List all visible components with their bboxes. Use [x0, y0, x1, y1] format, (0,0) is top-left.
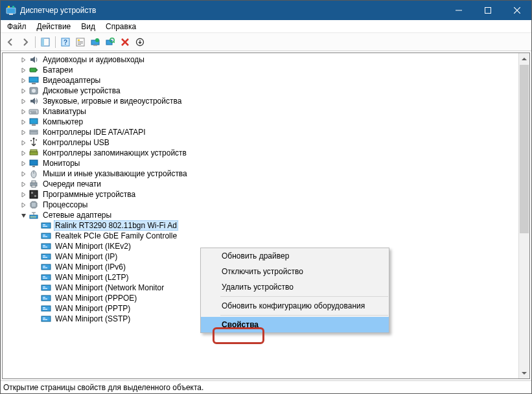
- svg-rect-20: [30, 68, 36, 72]
- svg-rect-59: [41, 244, 51, 249]
- menu-view[interactable]: Вид: [76, 21, 100, 32]
- context-menu-item-1[interactable]: Отключить устройство: [201, 264, 389, 279]
- maximize-button[interactable]: [473, 1, 502, 20]
- menu-file[interactable]: Файл: [2, 21, 32, 32]
- toolbar-uninstall[interactable]: [118, 35, 132, 49]
- software-icon: [29, 189, 39, 200]
- expander-collapsed-icon[interactable]: [19, 200, 29, 210]
- expander-collapsed-icon[interactable]: [19, 127, 29, 137]
- context-menu-item-0[interactable]: Обновить драйвер: [201, 248, 389, 264]
- tree-category-11[interactable]: Мыши и иные указывающие устройства: [3, 168, 518, 179]
- scroll-thumb[interactable]: [520, 65, 529, 233]
- toolbar-show-tree[interactable]: [38, 35, 52, 49]
- menu-action[interactable]: Действие: [32, 21, 76, 32]
- tree-category-2[interactable]: Видеоадаптеры: [3, 75, 518, 86]
- tree-item-label: Контроллеры запоминающих устройств: [41, 148, 188, 157]
- expander-collapsed-icon[interactable]: [19, 75, 29, 86]
- expander-collapsed-icon[interactable]: [19, 189, 29, 200]
- network-icon: [29, 210, 39, 220]
- tree-item-label: Мыши и иные указывающие устройства: [41, 169, 189, 178]
- storage-icon: [29, 148, 39, 158]
- toolbar-scan[interactable]: [103, 35, 117, 49]
- tree-item-label: Клавиатуры: [41, 107, 87, 116]
- toolbar-update-driver[interactable]: [88, 35, 102, 49]
- expander-collapsed-icon[interactable]: [19, 148, 29, 158]
- tree-device-0[interactable]: Ralink RT3290 802.11bgn Wi-Fi Ad: [3, 220, 518, 231]
- tree-category-5[interactable]: Клавиатуры: [3, 106, 518, 117]
- expander-collapsed-icon[interactable]: [19, 106, 29, 117]
- adapter-icon: [41, 303, 51, 314]
- svg-rect-22: [29, 77, 38, 82]
- expander-collapsed-icon[interactable]: [19, 158, 29, 168]
- expander-collapsed-icon[interactable]: [19, 65, 29, 75]
- svg-rect-30: [31, 113, 36, 113]
- tree-category-14[interactable]: Процессоры: [3, 200, 518, 210]
- tree-category-10[interactable]: Мониторы: [3, 158, 518, 168]
- svg-rect-79: [43, 309, 47, 310]
- minimize-button[interactable]: [444, 1, 473, 20]
- scroll-down-button[interactable]: [519, 367, 529, 378]
- toolbar-properties[interactable]: [73, 35, 87, 49]
- svg-rect-2: [8, 6, 10, 8]
- titlebar: Диспетчер устройств: [1, 1, 531, 20]
- tree-item-label: Realtek PCIe GbE Family Controlle: [54, 231, 178, 240]
- tree-item-label: WAN Miniport (PPPOE): [54, 294, 138, 303]
- svg-rect-73: [43, 288, 47, 290]
- expander-expanded-icon[interactable]: [19, 210, 29, 220]
- toolbar-forward[interactable]: [18, 35, 32, 49]
- menu-help[interactable]: Справка: [100, 21, 141, 32]
- tree-category-12[interactable]: Очереди печати: [3, 179, 518, 189]
- close-button[interactable]: [502, 1, 531, 20]
- svg-point-35: [33, 137, 35, 139]
- svg-rect-69: [43, 276, 45, 277]
- context-menu-item-4[interactable]: Обновить конфигурацию оборудования: [201, 298, 389, 314]
- scroll-up-button[interactable]: [519, 53, 529, 64]
- content: Аудиовходы и аудиовыходыБатареиВидеоадап…: [2, 52, 530, 379]
- context-menu-separator: [220, 315, 388, 316]
- status-bar: Открытие страницы свойств для выделенног…: [1, 380, 531, 393]
- tree-category-3[interactable]: Дисковые устройства: [3, 86, 518, 96]
- expander-collapsed-icon[interactable]: [19, 96, 29, 106]
- svg-rect-55: [43, 226, 47, 227]
- context-menu-item-2[interactable]: Удалить устройство: [201, 279, 389, 295]
- expander-collapsed-icon[interactable]: [19, 179, 29, 189]
- expander-collapsed-icon[interactable]: [19, 117, 29, 127]
- toolbar-help[interactable]: ?: [58, 35, 73, 49]
- expander-collapsed-icon[interactable]: [19, 168, 29, 179]
- toolbar-enable[interactable]: [133, 35, 147, 49]
- audio-icon: [29, 54, 39, 65]
- toolbar-back[interactable]: [3, 35, 17, 49]
- expander-collapsed-icon[interactable]: [19, 54, 29, 65]
- adapter-icon: [41, 262, 51, 272]
- expander-collapsed-icon[interactable]: [19, 137, 29, 148]
- svg-rect-62: [41, 254, 51, 259]
- svg-rect-75: [43, 297, 45, 298]
- adapter-icon: [41, 231, 51, 241]
- tree-category-15[interactable]: Сетевые адаптеры: [3, 210, 518, 220]
- tree-category-6[interactable]: Компьютер: [3, 117, 518, 127]
- context-menu: Обновить драйверОтключить устройствоУдал…: [200, 248, 389, 333]
- svg-rect-48: [31, 202, 36, 207]
- tree-category-13[interactable]: Программные устройства: [3, 189, 518, 200]
- tree-category-8[interactable]: Контроллеры USB: [3, 137, 518, 148]
- tree-item-label: Ralink RT3290 802.11bgn Wi-Fi Ad: [54, 220, 178, 231]
- svg-rect-6: [41, 38, 44, 46]
- tree-category-4[interactable]: Звуковые, игровые и видеоустройства: [3, 96, 518, 106]
- context-menu-label: Обновить драйвер: [222, 251, 289, 261]
- tree-item-label: Контроллеры IDE ATA/ATAPI: [41, 128, 147, 137]
- tree-category-1[interactable]: Батареи: [3, 65, 518, 75]
- tree-category-7[interactable]: Контроллеры IDE ATA/ATAPI: [3, 127, 518, 137]
- expander-collapsed-icon[interactable]: [19, 86, 29, 96]
- vertical-scrollbar[interactable]: [518, 53, 529, 378]
- context-menu-item-6[interactable]: Свойства: [201, 317, 389, 332]
- svg-rect-74: [41, 296, 51, 301]
- svg-rect-77: [41, 306, 51, 311]
- monitor-icon: [29, 158, 39, 168]
- svg-rect-34: [30, 132, 37, 132]
- tree-item-label: Очереди печати: [41, 180, 102, 189]
- tree-category-9[interactable]: Контроллеры запоминающих устройств: [3, 148, 518, 158]
- tree-category-0[interactable]: Аудиовходы и аудиовыходы: [3, 54, 518, 65]
- tree-device-1[interactable]: Realtek PCIe GbE Family Controlle: [3, 231, 518, 241]
- svg-rect-70: [43, 278, 47, 279]
- svg-rect-0: [6, 8, 16, 14]
